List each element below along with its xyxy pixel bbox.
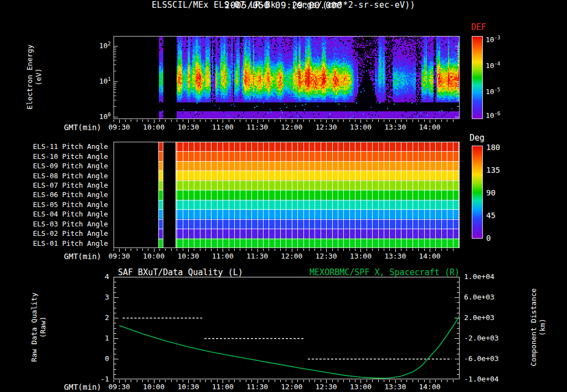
deg-colorbar-tick-label: 90 (486, 188, 496, 197)
x-tick-mark (159, 380, 160, 382)
line-right-tick-label: -6.0e+03 (464, 354, 499, 363)
x-tick-mark (372, 120, 373, 122)
x-tick-mark (131, 120, 131, 122)
electron-energy-spectrogram (114, 36, 460, 119)
x-tick-mark (229, 120, 229, 122)
x-tick-mark (229, 380, 229, 382)
line-right-tick-label: 2.0e+03 (464, 313, 494, 322)
def-colorbar-tick-label: 10-5 (486, 87, 501, 96)
x-tick-label: 13:00 (348, 123, 373, 131)
x-tick-mark (280, 380, 281, 382)
x-tick-mark (384, 380, 384, 382)
x-tick-label: 14:00 (417, 123, 442, 131)
x-tick-mark (240, 380, 240, 382)
x-tick-mark (418, 380, 419, 382)
x-tick-mark (315, 120, 315, 122)
x-tick-mark (246, 249, 246, 251)
x-tick-mark (447, 380, 447, 382)
def-colorbar-title: DEF (471, 22, 486, 32)
x-tick-mark (435, 380, 436, 382)
x-tick-mark (338, 120, 338, 122)
x-tick-mark (389, 120, 390, 122)
x-tick-label: 13:00 (348, 252, 373, 260)
x-tick-mark (453, 249, 453, 251)
x-tick-mark (114, 120, 114, 122)
deg-colorbar (472, 146, 483, 239)
x-tick-mark (453, 380, 453, 382)
x-tick-mark (321, 120, 321, 122)
x-tick-mark (321, 249, 321, 251)
gmt-axis-label-3: GMT(min) (35, 383, 101, 391)
x-tick-mark (389, 380, 390, 382)
x-tick-mark (441, 380, 442, 382)
spectrogram-ylabel: Electron Energy (eV) (25, 16, 43, 138)
x-tick-label: 09:30 (107, 123, 131, 131)
x-tick-mark (413, 380, 413, 382)
pitch-row-label: ELS-03 Pitch Angle (22, 220, 108, 228)
x-tick-mark (309, 380, 310, 382)
x-tick-mark (211, 249, 212, 251)
gmt-axis-label-1: GMT(min) (35, 123, 101, 132)
x-tick-mark (297, 120, 298, 122)
x-tick-mark (234, 380, 235, 382)
x-tick-mark (269, 249, 269, 251)
line-right-tick-label: 6.0e+03 (464, 293, 494, 301)
x-tick-mark (280, 249, 281, 251)
deg-colorbar-title: Deg (470, 133, 484, 143)
x-tick-mark (338, 249, 338, 251)
x-tick-label: 12:00 (280, 252, 304, 260)
x-tick-mark (205, 249, 206, 251)
x-tick-mark (401, 380, 401, 382)
x-tick-mark (125, 249, 126, 251)
pitch-row-label: ELS-09 Pitch Angle (22, 162, 108, 170)
x-tick-mark (401, 249, 401, 251)
x-tick-mark (269, 120, 269, 122)
x-tick-mark (435, 249, 436, 251)
x-tick-mark (165, 380, 166, 382)
x-tick-label: 12:30 (314, 252, 338, 260)
x-tick-mark (177, 249, 177, 251)
x-tick-mark (406, 120, 407, 122)
left-series-title: SAF_BXuT/Data Quality (L) (118, 267, 243, 277)
x-tick-mark (447, 249, 447, 251)
x-tick-mark (343, 249, 344, 251)
line-right-tick-label: 1.0e+04 (464, 272, 494, 281)
x-tick-label: 10:00 (142, 252, 166, 260)
deg-colorbar-tick-label: 180 (486, 143, 500, 152)
x-tick-mark (332, 120, 333, 122)
x-tick-label: 09:30 (107, 383, 131, 391)
x-tick-mark (205, 380, 206, 382)
x-tick-mark (413, 249, 413, 251)
x-tick-mark (217, 249, 218, 251)
x-tick-mark (315, 380, 315, 382)
x-tick-label: 13:30 (383, 383, 408, 391)
x-tick-mark (205, 120, 206, 122)
x-tick-label: 11:30 (245, 383, 270, 391)
x-tick-mark (315, 249, 315, 251)
x-tick-mark (406, 249, 407, 251)
x-tick-mark (200, 120, 200, 122)
pitch-row-label: ELS-05 Pitch Angle (22, 200, 108, 209)
x-tick-mark (309, 120, 310, 122)
line-left-tick-label: 3 (87, 293, 109, 301)
x-tick-mark (355, 120, 355, 122)
deg-colorbar-tick-label: 135 (486, 166, 500, 174)
x-tick-mark (367, 249, 367, 251)
x-tick-mark (275, 380, 275, 382)
x-tick-mark (165, 120, 166, 122)
x-tick-mark (418, 249, 419, 251)
x-tick-mark (297, 380, 298, 382)
line-right-tick-label: -2.0e+03 (464, 334, 499, 342)
x-tick-mark (171, 249, 172, 251)
left-ylabel: Raw Data Quality (Raw) (30, 266, 48, 388)
x-tick-mark (263, 120, 264, 122)
x-tick-mark (194, 120, 194, 122)
line-left-tick-label: 0 (87, 354, 109, 363)
x-tick-label: 13:00 (348, 383, 373, 391)
x-tick-mark (240, 120, 240, 122)
x-tick-mark (200, 249, 200, 251)
x-tick-label: 11:00 (210, 252, 235, 260)
x-tick-label: 09:30 (107, 252, 131, 260)
x-tick-mark (171, 120, 172, 122)
x-tick-mark (355, 249, 355, 251)
